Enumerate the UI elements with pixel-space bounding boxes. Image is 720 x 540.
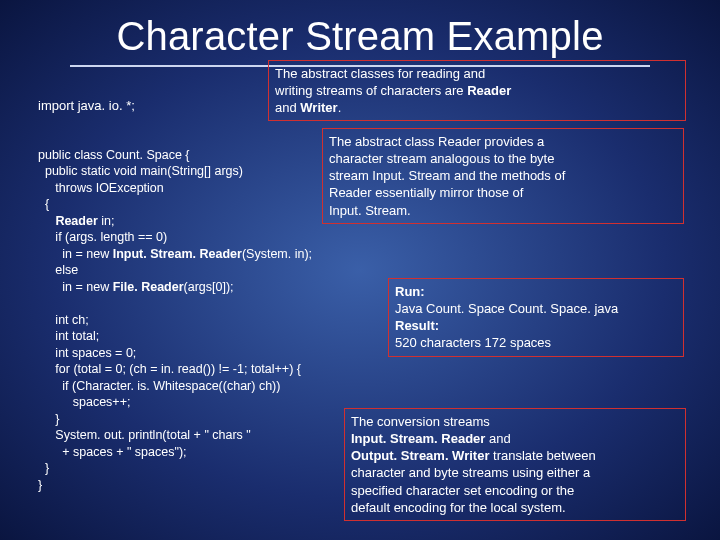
callout-run-result: Run: Java Count. Space Count. Space. jav… [388,278,684,357]
callout-reader-writer: The abstract classes for reading and wri… [268,60,686,121]
callout-conversion-streams: The conversion streams Input. Stream. Re… [344,408,686,521]
callout-reader-class: The abstract class Reader provides a cha… [322,128,684,224]
code-block: public class Count. Space { public stati… [38,130,312,493]
import-statement: import java. io. *; [38,98,135,113]
slide-title: Character Stream Example [70,0,650,67]
